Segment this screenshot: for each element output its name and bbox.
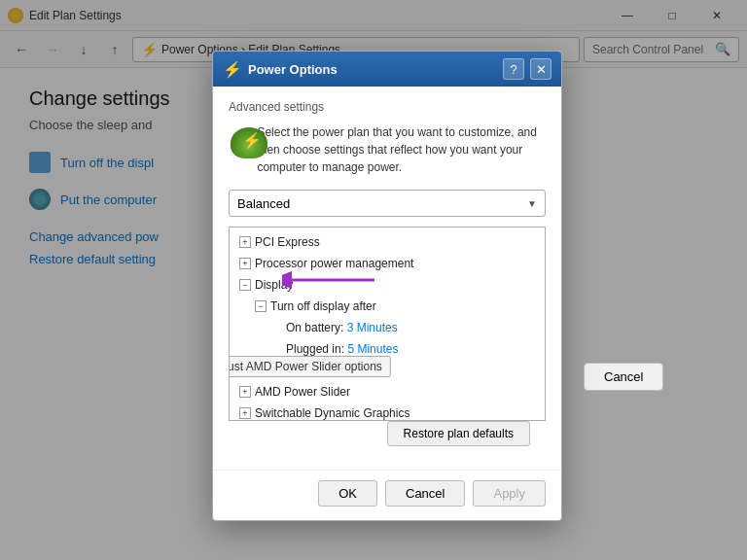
- tree-label-battery: On battery: 3 Minutes: [286, 321, 398, 334]
- ok-button[interactable]: OK: [318, 480, 377, 507]
- tree-item-switchable[interactable]: + Switchable Dynamic Graphics: [230, 402, 545, 420]
- tree-scroll-area[interactable]: + PCI Express + Processor power manageme…: [230, 228, 545, 420]
- expand-pci-icon[interactable]: +: [237, 234, 253, 250]
- tree-item-pci[interactable]: + PCI Express: [230, 231, 545, 253]
- dropdown-arrow-icon: ▼: [527, 198, 537, 209]
- expand-turnoff-icon[interactable]: −: [253, 298, 268, 314]
- battery-value[interactable]: 3 Minutes: [347, 321, 398, 334]
- dialog-body: Advanced settings ⚡ Select the power pla…: [213, 87, 561, 466]
- outside-cancel-button[interactable]: Cancel: [584, 363, 663, 391]
- plan-dropdown-row: Balanced ▼: [229, 190, 546, 217]
- settings-tree: + PCI Express + Processor power manageme…: [229, 227, 546, 421]
- bolt-icon: ⚡: [242, 131, 262, 150]
- power-options-dialog: ⚡ Power Options ? ✕ Advanced settings ⚡ …: [212, 51, 562, 521]
- dialog-desc-row: ⚡ Select the power plan that you want to…: [229, 123, 546, 176]
- dialog-help-button[interactable]: ?: [503, 58, 524, 80]
- tree-label-turnoff: Turn off display after: [270, 299, 376, 313]
- tree-item-turnoff[interactable]: − Turn off display after: [230, 296, 545, 317]
- expand-processor-icon[interactable]: +: [237, 256, 253, 271]
- apply-button[interactable]: Apply: [473, 480, 546, 507]
- tree-item-battery[interactable]: On battery: 3 Minutes: [230, 317, 545, 338]
- tree-label-processor: Processor power management: [255, 257, 413, 270]
- dialog-title: Power Options: [248, 62, 497, 77]
- dialog-close-button[interactable]: ✕: [530, 58, 551, 80]
- expand-display-icon[interactable]: −: [237, 277, 253, 293]
- tooltip-text: Adjust AMD Power Slider options: [229, 360, 382, 373]
- dialog-section-title: Advanced settings: [229, 100, 546, 114]
- plugged-value[interactable]: 5 Minutes: [347, 342, 398, 356]
- power-plan-icon: ⚡: [229, 123, 245, 164]
- tree-label-switchable: Switchable Dynamic Graphics: [255, 406, 409, 420]
- expand-plugged-spacer: [268, 341, 284, 357]
- expand-switchable-icon[interactable]: +: [237, 405, 253, 420]
- tree-item-processor[interactable]: + Processor power management: [230, 253, 545, 274]
- plan-dropdown[interactable]: Balanced ▼: [229, 190, 546, 217]
- expand-battery-spacer: [268, 320, 284, 335]
- tree-item-display[interactable]: − Display: [230, 274, 545, 296]
- tree-label-display: Display: [255, 278, 293, 292]
- dialog-footer: OK Cancel Apply: [213, 470, 561, 520]
- tree-label-pci: PCI Express: [255, 235, 320, 249]
- dialog-description: Select the power plan that you want to c…: [257, 123, 546, 176]
- tree-label-plugged: Plugged in: 5 Minutes: [286, 342, 398, 356]
- tree-item-amd-slider[interactable]: + AMD Power Slider: [230, 381, 545, 402]
- tree-label-amd-slider: AMD Power Slider: [255, 385, 350, 399]
- restore-plan-defaults-button[interactable]: Restore plan defaults: [387, 421, 530, 446]
- expand-amd-slider-icon[interactable]: +: [237, 384, 253, 400]
- cancel-button[interactable]: Cancel: [385, 480, 465, 507]
- amd-slider-tooltip: Adjust AMD Power Slider options: [229, 356, 391, 377]
- dialog-power-icon: ⚡: [223, 60, 242, 79]
- dialog-titlebar: ⚡ Power Options ? ✕: [213, 52, 561, 87]
- plan-dropdown-value: Balanced: [237, 196, 290, 211]
- restore-row: Restore plan defaults: [229, 421, 546, 454]
